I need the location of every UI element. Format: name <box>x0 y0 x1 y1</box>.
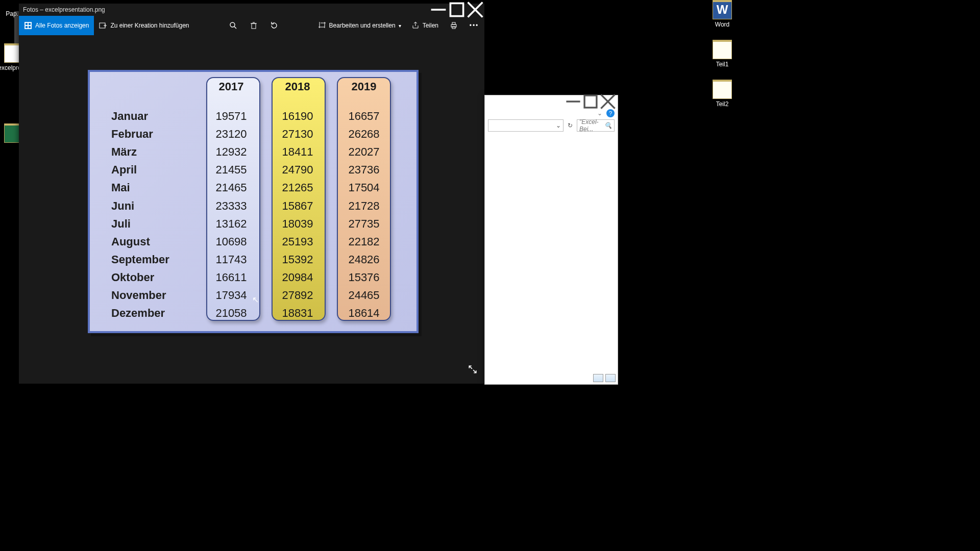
svg-rect-7 <box>26 26 28 28</box>
excel-presentation-image: 2017 2018 2019 Januar195711619016657Febr… <box>88 70 419 333</box>
month-label: August <box>111 235 198 248</box>
search-icon <box>229 21 237 30</box>
search-icon: 🔍 <box>604 122 612 129</box>
breadcrumb[interactable]: ⌄ <box>488 119 564 132</box>
data-cell: 17934 <box>198 289 264 302</box>
explorer-address-row: ⌄ ↻ "Excel-Bei... 🔍 <box>485 119 618 132</box>
data-cell: 23120 <box>198 128 264 141</box>
data-cell: 15392 <box>264 253 331 266</box>
data-cell: 15376 <box>331 271 397 284</box>
chevron-down-icon: ▾ <box>399 23 401 29</box>
data-cell: 18039 <box>264 217 331 231</box>
maximize-button[interactable] <box>448 4 466 16</box>
data-cell: 11743 <box>198 253 264 266</box>
icons-view-button[interactable] <box>605 374 616 382</box>
magic-crop-icon <box>318 21 326 30</box>
all-photos-label: Alle Fotos anzeigen <box>35 22 89 29</box>
edit-and-create-button[interactable]: Bearbeiten und erstellen ▾ <box>313 16 406 35</box>
refresh-button[interactable]: ↻ <box>566 122 575 129</box>
rotate-icon <box>270 21 278 30</box>
data-cell: 16190 <box>264 110 331 123</box>
add-to-creation-button[interactable]: Zu einer Kreation hinzufügen <box>94 16 194 35</box>
rotate-button[interactable] <box>264 16 284 35</box>
print-button[interactable] <box>444 16 464 35</box>
data-cell: 21728 <box>331 199 397 213</box>
help-icon[interactable]: ? <box>606 109 615 117</box>
zoom-button[interactable] <box>223 16 243 35</box>
desktop-icon-label: Word <box>715 21 729 28</box>
explorer-titlebar[interactable] <box>485 95 618 108</box>
data-cell: 22182 <box>331 235 397 248</box>
data-cell: 16611 <box>198 271 264 284</box>
share-button[interactable]: Teilen <box>406 16 444 35</box>
edit-and-create-label: Bearbeiten und erstellen <box>329 22 396 29</box>
desktop-icon-label: Teil1 <box>716 61 729 68</box>
data-cell: 27130 <box>264 128 331 141</box>
delete-button[interactable] <box>243 16 264 35</box>
ellipsis-icon: ••• <box>470 22 479 29</box>
excel-file-icon <box>713 40 732 59</box>
minimize-button[interactable] <box>429 4 448 16</box>
data-grid: 2017 2018 2019 Januar195711619016657Febr… <box>111 79 395 321</box>
month-label: November <box>111 289 198 302</box>
svg-rect-8 <box>29 26 31 28</box>
trash-icon <box>250 21 258 30</box>
minimize-button[interactable] <box>565 96 582 107</box>
data-cell: 12932 <box>198 145 264 159</box>
all-photos-button[interactable]: Alle Fotos anzeigen <box>19 16 94 35</box>
photos-titlebar[interactable]: Fotos – excelpresentation.png <box>19 4 484 16</box>
print-icon <box>450 21 458 30</box>
data-cell: 16657 <box>331 110 397 123</box>
chevron-down-icon[interactable]: ⌄ <box>556 122 561 129</box>
desktop-icon-word[interactable]: W Word <box>704 0 740 28</box>
photos-app-window: Fotos – excelpresentation.png Alle Fotos… <box>19 4 484 384</box>
maximize-button[interactable] <box>582 96 599 107</box>
search-input[interactable]: "Excel-Bei... 🔍 <box>577 119 615 132</box>
data-cell: 20984 <box>264 271 331 284</box>
chevron-down-icon[interactable]: ⌄ <box>597 110 602 117</box>
data-cell: 18831 <box>264 307 331 320</box>
data-cell: 10698 <box>198 235 264 248</box>
fullscreen-button[interactable] <box>468 365 477 377</box>
month-label: Dezember <box>111 307 198 320</box>
data-cell: 23333 <box>198 199 264 213</box>
month-label: April <box>111 163 198 177</box>
data-cell: 21455 <box>198 163 264 177</box>
photos-canvas[interactable]: 2017 2018 2019 Januar195711619016657Febr… <box>19 35 484 384</box>
add-to-creation-label: Zu einer Kreation hinzufügen <box>110 22 189 29</box>
explorer-window: ⌄ ? ⌄ ↻ "Excel-Bei... 🔍 <box>484 95 618 385</box>
share-icon <box>411 21 420 30</box>
month-label: Februar <box>111 128 198 141</box>
data-cell: 17504 <box>331 181 397 194</box>
close-button[interactable] <box>599 96 617 107</box>
desktop-icon-teil2[interactable]: Teil2 <box>704 80 740 108</box>
data-cell: 13162 <box>198 217 264 231</box>
month-label: Mai <box>111 181 198 194</box>
data-cell: 24790 <box>264 163 331 177</box>
data-cell: 18614 <box>331 307 397 320</box>
details-view-button[interactable] <box>593 374 603 382</box>
data-cell: 25193 <box>264 235 331 248</box>
share-label: Teilen <box>423 22 438 29</box>
desktop-icon-label: Teil2 <box>716 101 729 108</box>
month-label: September <box>111 253 198 266</box>
year-header: 2018 <box>264 80 331 93</box>
data-cell: 27892 <box>264 289 331 302</box>
data-cell: 21465 <box>198 181 264 194</box>
close-button[interactable] <box>466 4 484 16</box>
svg-point-12 <box>230 22 235 27</box>
more-button[interactable]: ••• <box>464 16 484 35</box>
svg-rect-1 <box>450 3 463 16</box>
data-cell: 26268 <box>331 128 397 141</box>
month-label: Januar <box>111 110 198 123</box>
svg-line-13 <box>234 27 236 29</box>
svg-rect-27 <box>584 95 597 108</box>
search-placeholder: "Excel-Bei... <box>579 118 603 133</box>
svg-rect-6 <box>29 23 31 25</box>
explorer-view-toggle <box>593 374 616 382</box>
add-collection-icon <box>99 21 107 30</box>
month-label: Juli <box>111 217 198 231</box>
desktop-icon-teil1[interactable]: Teil1 <box>704 40 740 68</box>
data-cell: 24465 <box>331 289 397 302</box>
photos-toolbar: Alle Fotos anzeigen Zu einer Kreation hi… <box>19 16 484 35</box>
